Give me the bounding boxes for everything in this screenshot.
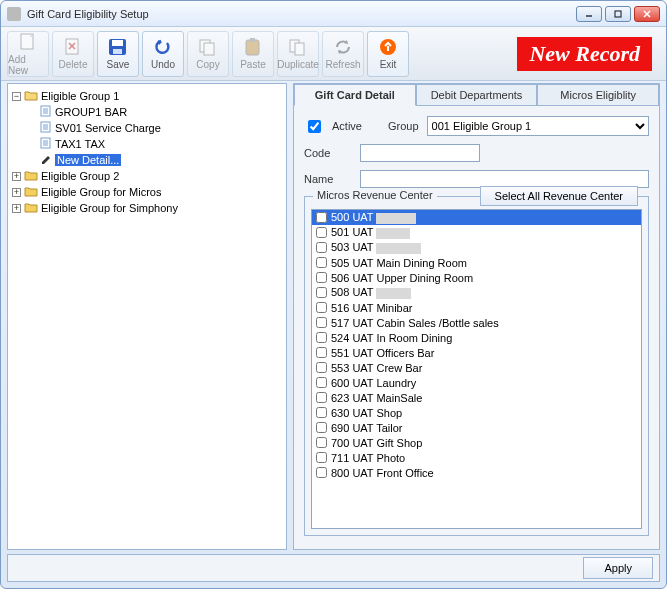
new-record-banner: New Record — [517, 37, 652, 71]
revenue-center-row[interactable]: 500 UAT — [312, 210, 641, 225]
expander-icon[interactable]: + — [12, 188, 21, 197]
revenue-center-checkbox[interactable] — [316, 422, 327, 433]
revenue-center-label: 516 UAT Minibar — [331, 302, 413, 314]
expander-icon[interactable]: + — [12, 204, 21, 213]
revenue-center-checkbox[interactable] — [316, 317, 327, 328]
file-icon — [40, 137, 52, 149]
revenue-center-checkbox[interactable] — [316, 452, 327, 463]
folder-closed-icon — [24, 201, 38, 213]
paste-button: Paste — [232, 31, 274, 77]
revenue-center-checkbox[interactable] — [316, 242, 327, 253]
duplicate-icon — [287, 37, 309, 57]
tree-item-2[interactable]: TAX1 TAX — [12, 136, 282, 152]
titlebar: Gift Card Eligibility Setup — [1, 1, 666, 27]
group-select[interactable]: 001 Eligible Group 1 — [427, 116, 649, 136]
add-new-icon — [17, 32, 39, 52]
save-button[interactable]: Save — [97, 31, 139, 77]
tree-group-micros[interactable]: +Eligible Group for Micros — [12, 184, 282, 200]
revenue-center-checkbox[interactable] — [316, 257, 327, 268]
undo-button[interactable]: Undo — [142, 31, 184, 77]
close-button[interactable] — [634, 6, 660, 22]
revenue-center-checkbox[interactable] — [316, 377, 327, 388]
revenue-center-row[interactable]: 630 UAT Shop — [312, 405, 641, 420]
tree-group-simphony[interactable]: +Eligible Group for Simphony — [12, 200, 282, 216]
revenue-center-checkbox[interactable] — [316, 362, 327, 373]
refresh-button: Refresh — [322, 31, 364, 77]
revenue-center-label: 501 UAT — [331, 226, 410, 239]
revenue-center-label: 551 UAT Officers Bar — [331, 347, 434, 359]
expander-icon[interactable]: − — [12, 92, 21, 101]
code-label: Code — [304, 147, 352, 159]
revenue-center-checkbox[interactable] — [316, 227, 327, 238]
tree-group-1[interactable]: −Eligible Group 1 — [12, 88, 282, 104]
active-label: Active — [332, 120, 362, 132]
revenue-center-row[interactable]: 700 UAT Gift Shop — [312, 435, 641, 450]
revenue-center-label: 700 UAT Gift Shop — [331, 437, 422, 449]
revenue-center-legend: Micros Revenue Center — [313, 189, 437, 201]
revenue-center-row[interactable]: 524 UAT In Room Dining — [312, 330, 641, 345]
copy-icon — [197, 37, 219, 57]
revenue-center-checkbox[interactable] — [316, 407, 327, 418]
maximize-button[interactable] — [605, 6, 631, 22]
revenue-center-row[interactable]: 517 UAT Cabin Sales /Bottle sales — [312, 315, 641, 330]
revenue-center-label: 517 UAT Cabin Sales /Bottle sales — [331, 317, 499, 329]
revenue-center-row[interactable]: 505 UAT Main Dining Room — [312, 255, 641, 270]
revenue-center-row[interactable]: 503 UAT — [312, 240, 641, 255]
minimize-button[interactable] — [576, 6, 602, 22]
tree-item-3[interactable]: New Detail... — [12, 152, 282, 168]
revenue-center-row[interactable]: 553 UAT Crew Bar — [312, 360, 641, 375]
svg-rect-9 — [246, 40, 259, 55]
revenue-center-row[interactable]: 516 UAT Minibar — [312, 300, 641, 315]
revenue-center-row[interactable]: 508 UAT — [312, 285, 641, 300]
file-icon — [40, 121, 52, 133]
tree-item-0[interactable]: GROUP1 BAR — [12, 104, 282, 120]
expander-icon[interactable]: + — [12, 172, 21, 181]
select-all-revenue-center-button[interactable]: Select All Revenue Center — [480, 186, 638, 206]
code-input[interactable] — [360, 144, 480, 162]
tree-item-1[interactable]: SV01 Service Charge — [12, 120, 282, 136]
save-icon — [107, 37, 129, 57]
duplicate-button: Duplicate — [277, 31, 319, 77]
revenue-center-checkbox[interactable] — [316, 212, 327, 223]
file-icon — [40, 105, 52, 117]
revenue-center-checkbox[interactable] — [316, 272, 327, 283]
revenue-center-checkbox[interactable] — [316, 392, 327, 403]
revenue-center-list[interactable]: 500 UAT 501 UAT 503 UAT 505 UAT Main Din… — [311, 209, 642, 529]
tree-group-2[interactable]: +Eligible Group 2 — [12, 168, 282, 184]
revenue-center-row[interactable]: 501 UAT — [312, 225, 641, 240]
revenue-center-row[interactable]: 600 UAT Laundry — [312, 375, 641, 390]
revenue-center-checkbox[interactable] — [316, 467, 327, 478]
edit-icon — [40, 153, 52, 165]
svg-rect-12 — [295, 43, 304, 55]
revenue-center-checkbox[interactable] — [316, 347, 327, 358]
exit-button[interactable]: Exit — [367, 31, 409, 77]
active-checkbox[interactable] — [308, 120, 321, 133]
revenue-center-label: 508 UAT — [331, 286, 411, 299]
apply-button[interactable]: Apply — [583, 557, 653, 579]
copy-button: Copy — [187, 31, 229, 77]
tab-micros[interactable]: Micros Eligiblity — [537, 84, 659, 106]
tree-pane[interactable]: −Eligible Group 1GROUP1 BARSV01 Service … — [7, 83, 287, 550]
revenue-center-label: 711 UAT Photo — [331, 452, 405, 464]
revenue-center-row[interactable]: 551 UAT Officers Bar — [312, 345, 641, 360]
revenue-center-checkbox[interactable] — [316, 437, 327, 448]
window-title: Gift Card Eligibility Setup — [27, 8, 576, 20]
revenue-center-row[interactable]: 506 UAT Upper Dining Room — [312, 270, 641, 285]
revenue-center-label: 623 UAT MainSale — [331, 392, 422, 404]
revenue-center-row[interactable]: 623 UAT MainSale — [312, 390, 641, 405]
revenue-center-checkbox[interactable] — [316, 302, 327, 313]
revenue-center-checkbox[interactable] — [316, 332, 327, 343]
revenue-center-label: 503 UAT — [331, 241, 421, 254]
revenue-center-label: 630 UAT Shop — [331, 407, 402, 419]
tab-detail[interactable]: Gift Card Detail — [294, 84, 416, 106]
delete-button: Delete — [52, 31, 94, 77]
revenue-center-label: 500 UAT — [331, 211, 416, 224]
svg-rect-8 — [204, 43, 214, 55]
revenue-center-row[interactable]: 690 UAT Tailor — [312, 420, 641, 435]
tab-debit[interactable]: Debit Departments — [416, 84, 538, 106]
app-window: Gift Card Eligibility Setup Add NewDelet… — [0, 0, 667, 589]
delete-icon — [62, 37, 84, 57]
revenue-center-row[interactable]: 800 UAT Front Office — [312, 465, 641, 480]
revenue-center-checkbox[interactable] — [316, 287, 327, 298]
revenue-center-row[interactable]: 711 UAT Photo — [312, 450, 641, 465]
